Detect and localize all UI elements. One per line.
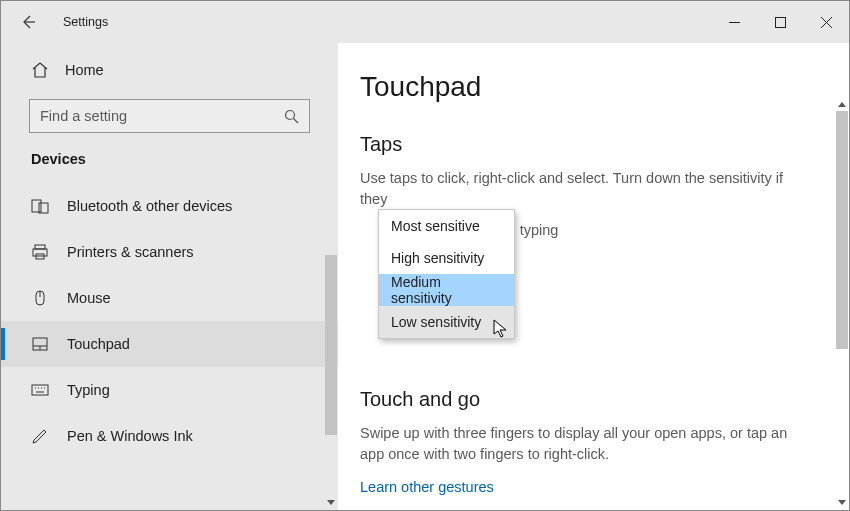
chevron-down-icon — [838, 500, 846, 506]
svg-line-6 — [294, 118, 299, 123]
pen-icon — [31, 427, 49, 445]
sensitivity-dropdown[interactable]: Most sensitive High sensitivity Medium s… — [378, 209, 515, 339]
touch-and-go-section: Touch and go Swipe up with three fingers… — [360, 388, 809, 495]
titlebar: Settings — [1, 1, 849, 43]
svg-point-5 — [286, 110, 295, 119]
content-scroll-up[interactable] — [836, 97, 848, 111]
sidebar-item-touchpad[interactable]: Touchpad — [1, 321, 338, 367]
dropdown-option-high-sensitivity[interactable]: High sensitivity — [379, 242, 514, 274]
printer-icon — [31, 243, 49, 261]
sidebar-item-pen[interactable]: Pen & Windows Ink — [1, 413, 338, 459]
nav-list: Bluetooth & other devices Printers & sca… — [1, 183, 338, 510]
chevron-up-icon — [838, 101, 846, 107]
touch-and-go-title: Touch and go — [360, 388, 809, 411]
svg-rect-7 — [32, 200, 41, 212]
keyboard-icon — [31, 381, 49, 399]
window-title: Settings — [63, 15, 108, 29]
sidebar-scrollbar-thumb[interactable] — [325, 255, 337, 435]
chevron-down-icon — [327, 500, 335, 506]
svg-rect-2 — [775, 17, 785, 27]
svg-rect-9 — [35, 245, 45, 249]
taps-title: Taps — [360, 133, 809, 156]
window-controls — [711, 1, 849, 43]
dropdown-option-low-sensitivity[interactable]: Low sensitivity — [379, 306, 514, 338]
close-icon — [821, 17, 832, 28]
sidebar-item-label: Pen & Windows Ink — [67, 428, 193, 444]
touchpad-icon — [31, 335, 49, 353]
search-placeholder: Find a setting — [40, 108, 284, 124]
sidebar-scroll-down[interactable] — [325, 496, 337, 510]
content-scroll-down[interactable] — [836, 496, 848, 510]
sidebar-item-label: Typing — [67, 382, 110, 398]
sidebar-item-label: Printers & scanners — [67, 244, 194, 260]
page-title: Touchpad — [360, 71, 809, 103]
sidebar-item-printers[interactable]: Printers & scanners — [1, 229, 338, 275]
sidebar-item-bluetooth[interactable]: Bluetooth & other devices — [1, 183, 338, 229]
taps-desc: Use taps to click, right-click and selec… — [360, 168, 800, 210]
sidebar-item-mouse[interactable]: Mouse — [1, 275, 338, 321]
sidebar-item-label: Mouse — [67, 290, 111, 306]
touch-and-go-desc: Swipe up with three fingers to display a… — [360, 423, 800, 465]
home-button[interactable]: Home — [1, 51, 338, 89]
dropdown-option-medium-sensitivity[interactable]: Medium sensitivity — [379, 274, 514, 306]
minimize-button[interactable] — [711, 1, 757, 43]
back-button[interactable] — [15, 9, 41, 35]
taps-desc-tail: 're typing — [500, 222, 809, 238]
close-button[interactable] — [803, 1, 849, 43]
svg-rect-17 — [32, 385, 48, 395]
maximize-button[interactable] — [757, 1, 803, 43]
bluetooth-devices-icon — [31, 197, 49, 215]
mouse-icon — [31, 289, 49, 307]
back-arrow-icon — [20, 14, 36, 30]
home-icon — [31, 61, 49, 79]
learn-gestures-link[interactable]: Learn other gestures — [360, 479, 809, 495]
category-title: Devices — [1, 151, 338, 167]
sidebar: Home Find a setting Devices Bluetooth & … — [1, 43, 338, 510]
maximize-icon — [775, 17, 786, 28]
sidebar-item-label: Touchpad — [67, 336, 130, 352]
dropdown-option-most-sensitive[interactable]: Most sensitive — [379, 210, 514, 242]
minimize-icon — [729, 17, 740, 28]
sidebar-item-label: Bluetooth & other devices — [67, 198, 232, 214]
svg-rect-10 — [33, 249, 47, 256]
content-scrollbar-thumb[interactable] — [836, 111, 848, 349]
search-input[interactable]: Find a setting — [29, 99, 310, 133]
sidebar-item-typing[interactable]: Typing — [1, 367, 338, 413]
home-label: Home — [65, 62, 104, 78]
search-icon — [284, 109, 299, 124]
